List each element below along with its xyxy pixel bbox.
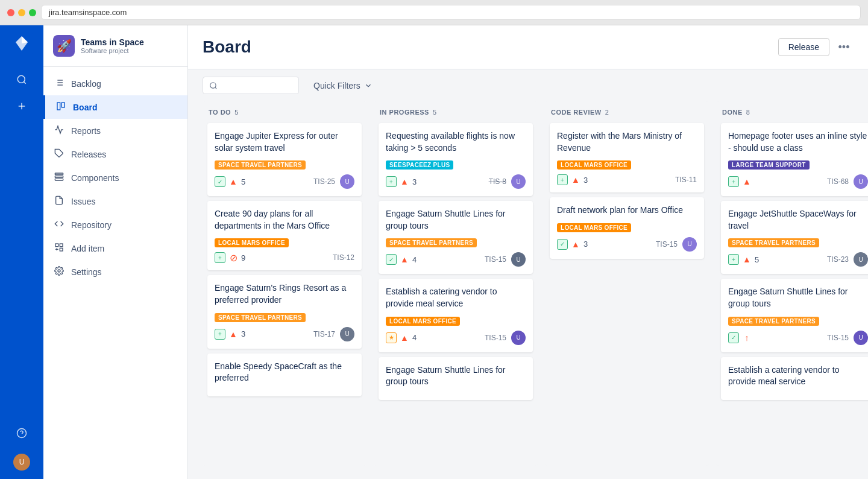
card-icons: + ⊘ 9	[215, 252, 245, 263]
release-button[interactable]: Release	[778, 38, 829, 56]
search-icon	[209, 81, 218, 90]
backlog-icon	[53, 78, 65, 89]
priority-up-icon: ↑	[741, 332, 752, 343]
page-title: Board	[203, 37, 251, 57]
card-todo-4[interactable]: Enable Speedy SpaceCraft as the preferre…	[207, 354, 362, 396]
card-codereview-2[interactable]: Draft network plan for Mars Office LOCAL…	[550, 197, 704, 259]
sidebar-item-releases[interactable]: Releases	[43, 142, 187, 166]
card-icons: + ▲ 3	[215, 329, 245, 340]
ticket-id: TIS-15	[485, 334, 506, 342]
card-done-1[interactable]: Homepage footer uses an inline style - s…	[721, 123, 868, 196]
sidebar-item-components[interactable]: Components	[43, 166, 187, 189]
card-label: SPACE TRAVEL PARTNERS	[386, 238, 477, 247]
card-count: 9	[241, 253, 245, 262]
quick-filters-button[interactable]: Quick Filters	[306, 77, 380, 94]
minimize-button[interactable]	[18, 9, 25, 16]
app-logo[interactable]	[11, 33, 33, 54]
avatar: U	[854, 331, 868, 345]
column-todo-cards: Engage Jupiter Express for outer solar s…	[203, 121, 366, 466]
sidebar-project[interactable]: 🚀 Teams in Space Software project	[43, 25, 187, 67]
sidebar-item-issues[interactable]: Issues	[43, 189, 187, 213]
card-title: Enable Speedy SpaceCraft as the preferre…	[215, 361, 354, 384]
sidebar-item-backlog[interactable]: Backlog	[43, 72, 187, 95]
priority-icon: ▲	[570, 174, 581, 185]
card-inprogress-3[interactable]: Establish a catering vendor to provide m…	[379, 279, 533, 352]
card-todo-1[interactable]: Engage Jupiter Express for outer solar s…	[207, 123, 362, 196]
search-icon[interactable]	[11, 69, 33, 90]
card-icons: + ▲ 3	[557, 174, 588, 185]
card-codereview-1[interactable]: Register with the Mars Ministry of Reven…	[550, 123, 704, 192]
sidebar: 🚀 Teams in Space Software project Backlo…	[43, 25, 188, 479]
maximize-button[interactable]	[29, 9, 36, 16]
card-count: 5	[755, 255, 759, 264]
card-count: 3	[241, 329, 245, 338]
filter-bar: Quick Filters	[188, 69, 868, 101]
help-icon[interactable]	[11, 422, 33, 444]
ticket-id: TIS-8	[489, 177, 506, 186]
search-input[interactable]	[221, 81, 281, 90]
card-done-3[interactable]: Engage Saturn Shuttle Lines for group to…	[721, 279, 868, 352]
sidebar-item-reports[interactable]: Reports	[43, 119, 187, 142]
card-icons: ✓ ▲ 5	[215, 176, 245, 187]
card-done-4[interactable]: Establish a catering vendor to provide m…	[721, 357, 868, 400]
sidebar-item-repository[interactable]: Repository	[43, 213, 187, 236]
search-box[interactable]	[203, 77, 299, 94]
card-title: Engage JetShuttle SpaceWays for travel	[728, 208, 868, 232]
card-inprogress-4[interactable]: Engage Saturn Shuttle Lines for group to…	[379, 357, 533, 400]
svg-rect-19	[60, 248, 63, 251]
card-right: TIS-11	[675, 176, 697, 184]
column-done: DONE 8 Homepage footer uses an inline st…	[716, 101, 868, 466]
card-footer: ✓ ↑ TIS-15 U	[728, 331, 868, 345]
reports-icon	[53, 125, 65, 136]
avatar: U	[854, 174, 868, 189]
user-avatar-icon[interactable]: U	[11, 451, 33, 473]
card-label: SPACE TRAVEL PARTNERS	[728, 317, 819, 326]
svg-rect-14	[55, 173, 63, 175]
ticket-id: TIS-12	[333, 253, 354, 262]
card-todo-2[interactable]: Create 90 day plans for all departments …	[207, 201, 362, 270]
card-footer: ✓ ▲ 4 TIS-15 U	[386, 252, 526, 267]
story-icon: +	[215, 329, 225, 340]
column-done-header: DONE 8	[716, 101, 868, 121]
card-inprogress-1[interactable]: Requesting available flights is now taki…	[379, 123, 533, 196]
card-count: 4	[412, 333, 417, 342]
avatar: U	[682, 237, 697, 252]
card-count: 3	[583, 240, 588, 249]
issues-label: Issues	[71, 197, 95, 206]
card-todo-3[interactable]: Engage Saturn's Rings Resort as a prefer…	[207, 275, 362, 348]
card-label: SPACE TRAVEL PARTNERS	[728, 238, 819, 247]
column-todo: TO DO 5 Engage Jupiter Express for outer…	[203, 101, 366, 466]
project-info: Teams in Space Software project	[81, 37, 144, 54]
ticket-id: TIS-25	[313, 177, 335, 186]
address-bar[interactable]: jira.teamsinspace.com	[41, 5, 861, 20]
create-icon[interactable]	[11, 95, 33, 117]
sidebar-item-board[interactable]: Board	[43, 95, 187, 119]
chevron-down-icon	[364, 81, 373, 90]
releases-label: Releases	[71, 150, 106, 159]
check-icon: ✓	[386, 254, 397, 265]
card-icons: + ▲	[728, 176, 752, 187]
project-name: Teams in Space	[81, 37, 144, 47]
close-button[interactable]	[7, 9, 14, 16]
sidebar-nav: Backlog Board Reports Releases	[43, 67, 187, 288]
board: TO DO 5 Engage Jupiter Express for outer…	[203, 101, 868, 466]
card-footer: ★ ▲ 4 TIS-15 U	[386, 331, 526, 345]
ticket-id: TIS-15	[485, 255, 506, 264]
ticket-id: TIS-17	[313, 330, 335, 338]
quick-filters-label: Quick Filters	[313, 81, 360, 90]
card-count: 3	[412, 177, 417, 186]
card-done-2[interactable]: Engage JetShuttle SpaceWays for travel S…	[721, 201, 868, 274]
more-options-button[interactable]: •••	[834, 37, 854, 57]
sidebar-item-add-item[interactable]: Add item	[43, 236, 187, 260]
blocked-icon: ⊘	[228, 252, 239, 263]
card-label: LOCAL MARS OFFICE	[215, 238, 289, 247]
priority-icon: ▲	[741, 254, 752, 265]
ticket-id: TIS-68	[827, 177, 849, 186]
card-footer: ✓ ▲ 5 TIS-25 U	[215, 174, 354, 189]
add-item-label: Add item	[71, 244, 104, 253]
card-inprogress-2[interactable]: Engage Saturn Shuttle Lines for group to…	[379, 201, 533, 274]
story-point-icon: ✓	[215, 176, 225, 187]
icon-strip-bottom: U	[11, 422, 33, 473]
sidebar-item-settings[interactable]: Settings	[43, 260, 187, 284]
card-icons: ✓ ▲ 3	[557, 239, 588, 250]
